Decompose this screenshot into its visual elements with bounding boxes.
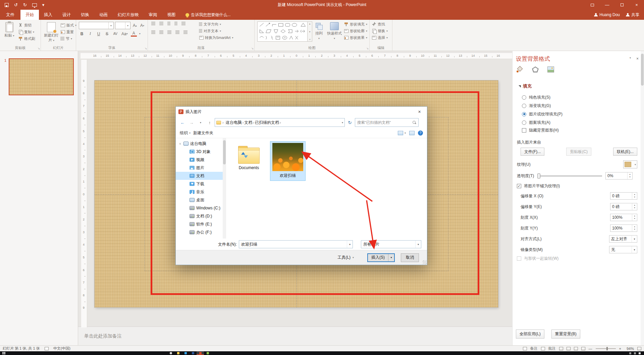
spin-down-icon[interactable]: ▾ xyxy=(634,228,635,231)
reset-background-button[interactable]: 重置背景(B) xyxy=(551,329,580,339)
tab-视图[interactable]: 视图 xyxy=(162,10,181,20)
slide-thumbnail[interactable] xyxy=(9,58,74,95)
breadcrumb-item[interactable]: 文档 xyxy=(244,120,253,125)
address-dropdown-icon[interactable]: ▾ xyxy=(342,121,343,124)
tab-切换[interactable]: 切换 xyxy=(76,10,94,20)
pane-scrollbar[interactable] xyxy=(641,51,644,345)
search-box[interactable]: 搜索"已扫描的文档" xyxy=(355,118,419,127)
tree-scrollbar[interactable] xyxy=(223,138,226,239)
shape-fill-button[interactable]: 形状填充▾ xyxy=(344,21,367,28)
texture-dropdown[interactable]: ▾ xyxy=(623,160,637,168)
spin-down-icon[interactable]: ▾ xyxy=(634,217,635,220)
shape-outline-button[interactable]: 形状轮廓▾ xyxy=(344,28,367,34)
tile-picture-checkbox[interactable]: ✓ 将图片平铺为纹理(I) xyxy=(517,183,560,189)
undo-icon[interactable]: ↺ xyxy=(14,3,18,7)
language-text[interactable]: 中文(中国) xyxy=(53,346,70,351)
slide-sorter-view-icon[interactable] xyxy=(567,347,571,350)
strikethrough-button[interactable]: S xyxy=(104,31,110,37)
spin-down-icon[interactable]: ▾ xyxy=(634,196,635,199)
file-source-button[interactable]: 文件(F)... xyxy=(521,148,544,156)
dialog-close-button[interactable]: × xyxy=(412,107,427,117)
taskbar-app-word[interactable] xyxy=(189,351,197,355)
paragraph-dialog-launcher-icon[interactable]: ↘ xyxy=(251,47,254,50)
zoom-out-icon[interactable]: — xyxy=(589,347,592,351)
change-case-button[interactable]: Aa▾ xyxy=(121,31,128,37)
tree-item-文档[interactable]: 文档 xyxy=(176,172,226,180)
tab-插入[interactable]: 插入 xyxy=(39,10,57,20)
start-slideshow-icon[interactable] xyxy=(32,3,37,7)
select-button[interactable]: 选择▾ xyxy=(372,34,388,41)
reading-view-icon[interactable] xyxy=(574,347,578,350)
start-button[interactable] xyxy=(1,352,6,355)
tree-item-3D 对象[interactable]: 3D 对象 xyxy=(176,148,226,156)
spin-arrows-icon[interactable]: ▴▾ xyxy=(632,203,637,210)
taskbar-app-other[interactable] xyxy=(204,351,211,355)
spin-up-icon[interactable]: ▴ xyxy=(634,225,635,228)
breadcrumb-item[interactable]: 已扫描的文档 xyxy=(254,120,280,125)
fit-to-window-icon[interactable] xyxy=(637,347,641,350)
pane-scrollbar-thumb[interactable] xyxy=(641,54,644,86)
smartart-button[interactable]: 转换为SmartArt▾ xyxy=(199,34,233,41)
shapes-gallery-scrollbar[interactable]: ▴▾≡ xyxy=(308,21,312,42)
tray-icon-3[interactable] xyxy=(639,352,641,354)
apply-to-all-button[interactable]: 全部应用(L) xyxy=(516,329,544,339)
tree-item-音乐[interactable]: 音乐 xyxy=(176,188,226,196)
tree-item-这台电脑[interactable]: ∨这台电脑 xyxy=(176,140,226,148)
resize-grip[interactable] xyxy=(423,260,427,264)
spin-arrows-icon[interactable]: ▴▾ xyxy=(632,193,637,199)
spin-arrows-icon[interactable]: ▴▾ xyxy=(632,225,637,232)
tree-item-办公 (F:)[interactable]: 办公 (F:) xyxy=(176,228,226,236)
bullets-icon[interactable] xyxy=(151,22,155,25)
shapes-gallery[interactable]: ▴▾≡ xyxy=(257,21,312,42)
zoom-percentage[interactable]: 94% xyxy=(625,347,634,351)
new-folder-button[interactable]: 新建文件夹 xyxy=(193,130,213,136)
refresh-button[interactable]: ↻ xyxy=(346,118,354,127)
numbering-icon[interactable] xyxy=(159,22,163,25)
tab-动画[interactable]: 动画 xyxy=(94,10,113,20)
online-source-button[interactable]: 联机(E)... xyxy=(613,148,637,156)
taskbar-app-search[interactable] xyxy=(167,351,174,355)
organize-button[interactable]: 组织▾ xyxy=(180,130,191,136)
tab-幻灯片放映[interactable]: 幻灯片放映 xyxy=(113,10,144,20)
dropdown-镜像类型(M)[interactable]: 无▾ xyxy=(609,246,637,253)
tools-button[interactable]: 工具(L)▾ xyxy=(337,255,354,260)
shape-effects-button[interactable]: 形状效果▾ xyxy=(344,34,367,41)
breadcrumb-item[interactable]: 这台电脑 xyxy=(225,120,243,125)
font-size-combo[interactable]: ▾ xyxy=(115,22,130,29)
quick-styles-button[interactable]: 快速样式 ▾ xyxy=(326,21,342,45)
layout-button[interactable]: 版式▾ xyxy=(60,22,76,29)
decrease-indent-icon[interactable] xyxy=(167,22,170,25)
replace-button[interactable]: 替换▾ xyxy=(372,28,388,34)
fill-tab-icon[interactable] xyxy=(517,66,523,72)
file-欢迎扫描[interactable]: 欢迎扫描 xyxy=(270,142,305,181)
spinbox-偏移量 X (O)[interactable]: 0 磅▴▾ xyxy=(610,192,637,200)
copy-button[interactable]: 复制▾ xyxy=(18,29,35,35)
tab-file[interactable]: 文件 xyxy=(0,10,20,20)
tab-审阅[interactable]: 审阅 xyxy=(144,10,162,20)
bold-button[interactable]: B xyxy=(79,31,85,37)
save-icon[interactable] xyxy=(5,3,9,7)
pane-menu-icon[interactable]: ▾ xyxy=(630,56,631,61)
comments-toggle-label[interactable]: 批注 xyxy=(548,346,556,351)
section-button[interactable]: 节▾ xyxy=(60,35,76,42)
radio-渐变填充(G)[interactable]: 渐变填充(G) xyxy=(522,102,551,109)
taskbar-app-powerpoint[interactable] xyxy=(197,351,204,355)
tell-me-box[interactable]: 告诉我您想要做什么... xyxy=(185,10,231,20)
address-bar[interactable]: › 这台电脑›文档›已扫描的文档› ▾ xyxy=(215,118,345,127)
tree-item-文档 (D:)[interactable]: 文档 (D:) xyxy=(176,212,226,220)
taskbar-app-explorer[interactable] xyxy=(174,351,182,355)
recent-locations-icon[interactable]: ▾ xyxy=(197,118,205,126)
spin-up-icon[interactable]: ▴ xyxy=(634,215,635,217)
back-button[interactable]: ← xyxy=(178,118,186,126)
spell-check-icon[interactable] xyxy=(45,347,49,350)
decrease-font-icon[interactable]: A▾ xyxy=(139,22,145,29)
customize-qat-icon[interactable]: ▾ xyxy=(42,3,45,7)
system-tray[interactable] xyxy=(629,352,644,354)
align-text-button[interactable]: 对齐文本▾ xyxy=(199,28,233,34)
cut-button[interactable]: 剪切 xyxy=(18,22,35,29)
increase-indent-icon[interactable] xyxy=(174,22,177,25)
dropdown-arrow-icon[interactable]: ▾ xyxy=(632,246,637,253)
tab-开始[interactable]: 开始 xyxy=(20,10,39,20)
up-button[interactable]: ↑ xyxy=(206,118,214,126)
minimize-button[interactable]: — xyxy=(600,0,614,10)
